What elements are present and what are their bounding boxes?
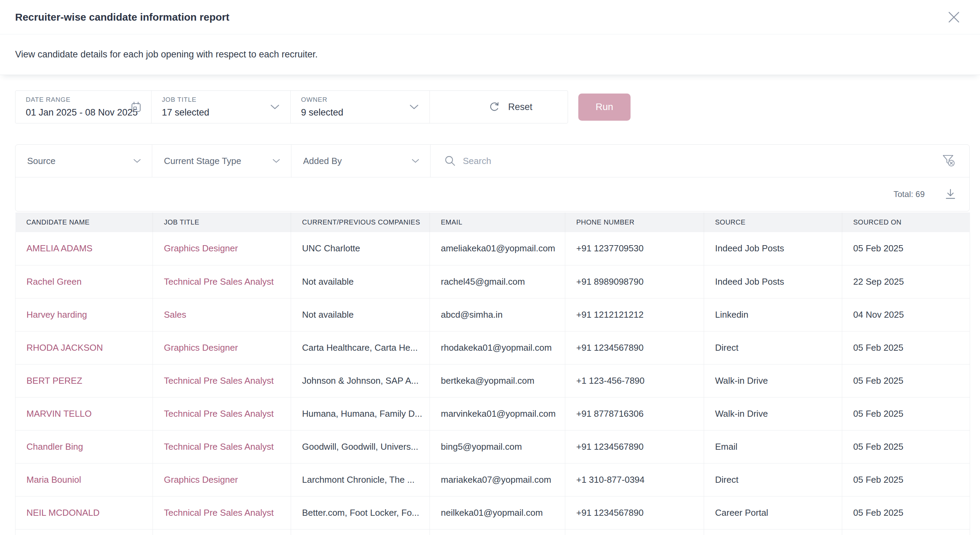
- companies-cell: Goodwill, Goodwill, Univers...: [291, 430, 430, 463]
- download-icon[interactable]: [945, 188, 956, 200]
- candidate-table: CANDIDATE NAME JOB TITLE CURRENT/PREVIOU…: [15, 212, 970, 535]
- reset-button[interactable]: Reset: [430, 91, 568, 123]
- col-companies: CURRENT/PREVIOUS COMPANIES: [291, 212, 430, 232]
- col-job-title: JOB TITLE: [153, 212, 291, 232]
- current-stage-type-label: Current Stage Type: [164, 156, 241, 166]
- email-cell: rachel45@gmail.com: [430, 265, 565, 298]
- table-row: Maria BouniolGraphics DesignerLarchmont …: [16, 463, 970, 496]
- table-row: AMELIA ADAMSGraphics DesignerUNC Charlot…: [16, 232, 970, 265]
- candidate-name-link[interactable]: Harvey harding: [27, 310, 87, 320]
- funnel-clear-icon[interactable]: [942, 154, 956, 168]
- source-cell: Direct: [704, 331, 842, 364]
- added-by-dropdown[interactable]: Added By: [291, 145, 431, 177]
- chevron-down-icon: [272, 159, 280, 163]
- table-toolbar-row: Total: 69: [16, 177, 969, 211]
- report-description-bar: View candidate details for each job open…: [0, 34, 980, 75]
- job-title-link[interactable]: Graphics Designer: [164, 342, 238, 353]
- current-stage-type-dropdown[interactable]: Current Stage Type: [152, 145, 291, 177]
- sourced-on-cell: 05 Feb 2025: [842, 364, 970, 397]
- column-filters-row: Source Current Stage Type Added By: [16, 145, 969, 177]
- sourced-on-cell: 04 Nov 2025: [842, 298, 970, 331]
- candidate-name-link-cell-wrap: Harvey harding: [16, 298, 153, 331]
- phone-cell: +91 8989098790: [565, 265, 704, 298]
- job-title-link[interactable]: Technical Pre Sales Analyst: [164, 409, 274, 419]
- sourced-on-cell: 05 Feb 2025: [842, 430, 970, 463]
- total-count: Total: 69: [893, 190, 925, 199]
- owner-filter[interactable]: OWNER 9 selected: [291, 91, 430, 123]
- col-email: EMAIL: [430, 212, 565, 232]
- job-title-link-cell-wrap: Technical Pre Sales Analyst: [153, 430, 291, 463]
- list-panel: Source Current Stage Type Added By: [15, 144, 970, 211]
- page-title: Recruiter-wise candidate information rep…: [15, 11, 229, 23]
- job-title-link[interactable]: Graphics Designer: [164, 243, 238, 253]
- job-title-link-cell-wrap: Technical Pre Sales Analyst: [153, 496, 291, 529]
- candidate-name-link[interactable]: NEIL MCDONALD: [27, 508, 100, 518]
- companies-cell: Not available: [291, 265, 430, 298]
- companies-cell: UNC Charlotte: [291, 232, 430, 265]
- candidate-name-link-cell-wrap: MARVIN TELLO: [16, 397, 153, 430]
- table-row: Harvey hardingSalesNot availableabcd@sim…: [16, 298, 970, 331]
- col-sourced-on: SOURCED ON: [842, 212, 970, 232]
- email-cell: ameliakeka01@yopmail.com: [430, 232, 565, 265]
- empty-cell: [842, 529, 970, 535]
- job-title-link[interactable]: Technical Pre Sales Analyst: [164, 276, 274, 287]
- job-title-link-cell-wrap: Graphics Designer: [153, 232, 291, 265]
- table-row-partial: [16, 529, 970, 535]
- chevron-down-icon: [412, 159, 419, 163]
- sourced-on-cell: 05 Feb 2025: [842, 331, 970, 364]
- phone-cell: +91 1237709530: [565, 232, 704, 265]
- col-source: SOURCE: [704, 212, 842, 232]
- date-range-label: DATE RANGE: [26, 96, 142, 104]
- source-cell: Linkedin: [704, 298, 842, 331]
- job-title-link[interactable]: Graphics Designer: [164, 474, 238, 485]
- calendar-icon[interactable]: [130, 101, 142, 113]
- job-title-link[interactable]: Sales: [164, 310, 186, 320]
- date-range-filter[interactable]: DATE RANGE 01 Jan 2025 - 08 Nov 2025: [16, 91, 151, 123]
- candidate-name-link[interactable]: Rachel Green: [27, 276, 81, 287]
- sourced-on-cell: 05 Feb 2025: [842, 463, 970, 496]
- candidate-name-link[interactable]: BERT PEREZ: [27, 375, 82, 386]
- phone-cell: +91 8778716306: [565, 397, 704, 430]
- close-icon[interactable]: [946, 10, 961, 25]
- candidate-name-link[interactable]: MARVIN TELLO: [27, 409, 92, 419]
- companies-cell: Better.com, Foot Locker, Fo...: [291, 496, 430, 529]
- job-title-link-cell-wrap: Sales: [153, 298, 291, 331]
- candidate-name-link-cell-wrap: Rachel Green: [16, 265, 153, 298]
- candidate-name-link-cell-wrap: BERT PEREZ: [16, 364, 153, 397]
- phone-cell: +91 1212121212: [565, 298, 704, 331]
- search-input[interactable]: [463, 150, 935, 171]
- job-title-link[interactable]: Technical Pre Sales Analyst: [164, 441, 274, 452]
- sourced-on-cell: 05 Feb 2025: [842, 397, 970, 430]
- run-button[interactable]: Run: [578, 94, 630, 121]
- job-title-link[interactable]: Technical Pre Sales Analyst: [164, 375, 274, 386]
- job-title-filter[interactable]: JOB TITLE 17 selected: [151, 91, 291, 123]
- job-title-link[interactable]: Technical Pre Sales Analyst: [164, 508, 274, 518]
- email-cell: rhodakeka01@yopmail.com: [430, 331, 565, 364]
- search-icon: [444, 155, 456, 167]
- source-cell: Indeed Job Posts: [704, 265, 842, 298]
- source-filter-dropdown[interactable]: Source: [16, 145, 152, 177]
- candidate-name-link-cell-wrap: AMELIA ADAMS: [16, 232, 153, 265]
- report-header: Recruiter-wise candidate information rep…: [0, 0, 980, 34]
- candidate-name-link-cell-wrap: NEIL MCDONALD: [16, 496, 153, 529]
- chevron-down-icon: [270, 104, 279, 109]
- sourced-on-cell: 05 Feb 2025: [842, 496, 970, 529]
- candidate-name-link[interactable]: Maria Bouniol: [27, 474, 81, 485]
- job-title-link-cell-wrap: Graphics Designer: [153, 463, 291, 496]
- empty-cell: [430, 529, 565, 535]
- owner-label: OWNER: [301, 96, 420, 104]
- refresh-icon: [488, 101, 501, 113]
- candidate-name-link[interactable]: RHODA JACKSON: [27, 342, 103, 353]
- candidate-table-body: AMELIA ADAMSGraphics DesignerUNC Charlot…: [16, 232, 970, 535]
- job-title-link-cell-wrap: Graphics Designer: [153, 331, 291, 364]
- email-cell: marvinkeka01@yopmail.com: [430, 397, 565, 430]
- source-cell: Career Portal: [704, 496, 842, 529]
- companies-cell: Larchmont Chronicle, The ...: [291, 463, 430, 496]
- report-content: DATE RANGE 01 Jan 2025 - 08 Nov 2025 JOB…: [0, 75, 980, 535]
- report-description: View candidate details for each job open…: [15, 49, 318, 60]
- candidate-name-link[interactable]: AMELIA ADAMS: [27, 243, 92, 253]
- chevron-down-icon: [133, 159, 141, 163]
- job-title-link-cell-wrap: Technical Pre Sales Analyst: [153, 364, 291, 397]
- candidate-name-link[interactable]: Chandler Bing: [27, 441, 83, 452]
- candidate-name-link-cell-wrap: Chandler Bing: [16, 430, 153, 463]
